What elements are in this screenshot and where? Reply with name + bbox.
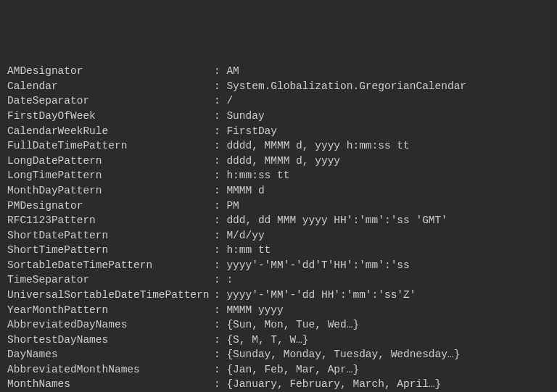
property-key: YearMonthPattern (7, 303, 214, 318)
property-key: RFC1123Pattern (7, 213, 214, 228)
property-separator: : (214, 333, 226, 348)
property-separator: : (214, 377, 226, 392)
property-value: FirstDay (226, 125, 277, 137)
property-separator: : (214, 213, 226, 228)
property-row: TimeSeparator : : (7, 272, 550, 288)
property-separator: : (214, 317, 226, 333)
property-value: AM (226, 65, 239, 77)
property-key: Calendar (7, 79, 214, 94)
property-row: DayNames : {Sunday, Monday, Tuesday, Wed… (7, 347, 550, 362)
property-separator: : (214, 124, 226, 139)
property-value: {S, M, T, W…} (226, 334, 308, 346)
property-separator: : (214, 64, 226, 79)
property-value: h:mm tt (226, 244, 271, 256)
property-row: FirstDayOfWeek : Sunday (7, 109, 550, 124)
property-key: AbbreviatedDayNames (7, 317, 214, 333)
property-value: ddd, dd MMM yyyy HH':'mm':'ss 'GMT' (226, 214, 447, 226)
property-row: SortableDateTimePattern : yyyy'-'MM'-'dd… (7, 258, 550, 273)
property-value: PM (226, 200, 239, 212)
property-key: DateSeparator (7, 93, 214, 109)
property-separator: : (214, 183, 226, 199)
property-key: ShortDatePattern (7, 228, 214, 243)
property-row: RFC1123Pattern : ddd, dd MMM yyyy HH':'m… (7, 213, 550, 228)
property-key: AMDesignator (7, 64, 214, 79)
property-separator: : (214, 272, 226, 288)
property-row: AMDesignator : AM (7, 64, 550, 79)
property-value: M/d/yy (226, 230, 264, 241)
property-row: LongTimePattern : h:mm:ss tt (7, 168, 550, 183)
property-list: AMDesignator : AMCalendar : System.Globa… (7, 64, 550, 392)
property-row: AbbreviatedDayNames : {Sun, Mon, Tue, We… (7, 317, 550, 333)
property-separator: : (214, 79, 226, 94)
property-row: MonthNames : {January, February, March, … (7, 377, 550, 392)
property-value: yyyy'-'MM'-'dd HH':'mm':'ss'Z' (226, 289, 416, 301)
property-key: ShortTimePattern (7, 243, 214, 258)
property-value: {Sun, Mon, Tue, Wed…} (226, 319, 359, 330)
property-key: FullDateTimePattern (7, 138, 214, 154)
property-value: yyyy'-'MM'-'dd'T'HH':'mm':'ss (226, 259, 409, 271)
property-row: FullDateTimePattern : dddd, MMMM d, yyyy… (7, 138, 550, 154)
property-separator: : (214, 258, 226, 273)
property-separator: : (214, 154, 226, 169)
property-key: LongDatePattern (7, 154, 214, 169)
property-value: h:mm:ss tt (226, 170, 289, 181)
property-key: CalendarWeekRule (7, 124, 214, 139)
property-value: MMMM yyyy (226, 304, 283, 316)
property-value: dddd, MMMM d, yyyy h:mm:ss tt (226, 140, 409, 151)
property-value: Sunday (226, 110, 264, 122)
property-row: ShortestDayNames : {S, M, T, W…} (7, 333, 550, 348)
property-row: ShortTimePattern : h:mm tt (7, 243, 550, 258)
property-row: AbbreviatedMonthNames : {Jan, Feb, Mar, … (7, 362, 550, 378)
property-row: MonthDayPattern : MMMM d (7, 183, 550, 199)
property-separator: : (214, 138, 226, 154)
property-value: {Jan, Feb, Mar, Apr…} (226, 364, 359, 375)
property-separator: : (214, 303, 226, 318)
property-row: UniversalSortableDateTimePattern : yyyy'… (7, 288, 550, 303)
property-row: LongDatePattern : dddd, MMMM d, yyyy (7, 154, 550, 169)
property-row: YearMonthPattern : MMMM yyyy (7, 303, 550, 318)
property-key: SortableDateTimePattern (7, 258, 214, 273)
property-key: DayNames (7, 347, 214, 362)
property-value: System.Globalization.GregorianCalendar (226, 80, 466, 92)
property-row: DateSeparator : / (7, 93, 550, 109)
property-key: MonthNames (7, 377, 214, 392)
property-key: LongTimePattern (7, 168, 214, 183)
property-separator: : (214, 93, 226, 109)
property-value: MMMM d (226, 185, 264, 196)
property-separator: : (214, 288, 226, 303)
property-row: CalendarWeekRule : FirstDay (7, 124, 550, 139)
property-value: {January, February, March, April…} (226, 378, 441, 390)
property-key: ShortestDayNames (7, 333, 214, 348)
property-row: Calendar : System.Globalization.Gregoria… (7, 79, 550, 94)
property-value: : (226, 274, 233, 285)
property-key: FirstDayOfWeek (7, 109, 214, 124)
property-key: AbbreviatedMonthNames (7, 362, 214, 378)
property-separator: : (214, 347, 226, 362)
property-value: dddd, MMMM d, yyyy (226, 155, 340, 167)
property-key: PMDesignator (7, 199, 214, 214)
property-separator: : (214, 168, 226, 183)
property-separator: : (214, 362, 226, 378)
property-value: {Sunday, Monday, Tuesday, Wednesday…} (226, 349, 460, 360)
property-row: PMDesignator : PM (7, 199, 550, 214)
property-row: ShortDatePattern : M/d/yy (7, 228, 550, 243)
property-separator: : (214, 243, 226, 258)
property-separator: : (214, 109, 226, 124)
property-separator: : (214, 228, 226, 243)
property-key: TimeSeparator (7, 272, 214, 288)
property-value: / (226, 95, 233, 107)
property-separator: : (214, 199, 226, 214)
property-key: UniversalSortableDateTimePattern (7, 288, 214, 303)
property-key: MonthDayPattern (7, 183, 214, 199)
